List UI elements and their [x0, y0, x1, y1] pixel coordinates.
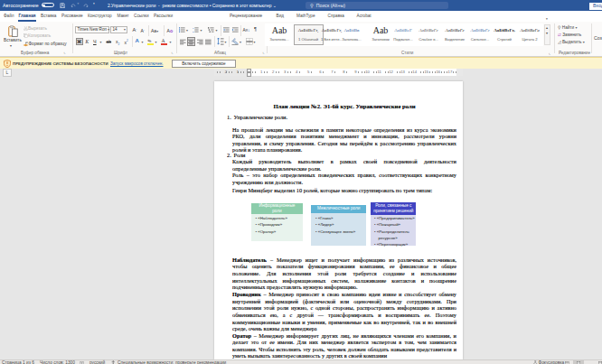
- svg-text:1: 1: [193, 27, 194, 30]
- svg-text:2: 2: [193, 31, 194, 33]
